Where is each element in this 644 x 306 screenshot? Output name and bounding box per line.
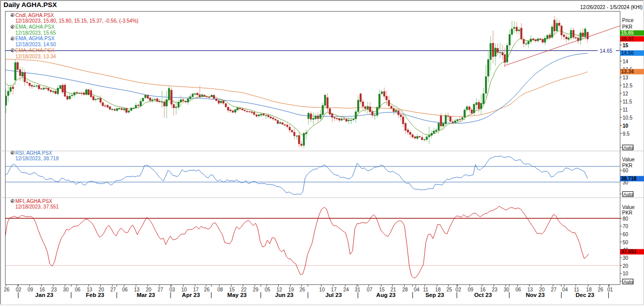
- svg-text:May 23: May 23: [227, 292, 247, 298]
- svg-text:03: 03: [170, 287, 176, 292]
- svg-text:Sep 23: Sep 23: [425, 292, 444, 298]
- svg-text:50: 50: [623, 240, 629, 245]
- svg-text:80: 80: [623, 216, 629, 222]
- svg-text:11: 11: [623, 107, 628, 113]
- svg-text:13: 13: [623, 75, 629, 80]
- svg-text:Value: Value: [622, 157, 635, 162]
- svg-text:12/18/2023, 15.80, 15.80, 15.1: 12/18/2023, 15.80, 15.80, 15.15, 15.37, …: [16, 18, 139, 24]
- svg-text:06: 06: [122, 287, 128, 292]
- svg-text:05: 05: [265, 287, 271, 292]
- svg-text:25: 25: [446, 287, 452, 292]
- svg-text:12/18/2023, 38.718: 12/18/2023, 38.718: [16, 156, 59, 161]
- svg-text:60: 60: [623, 168, 629, 173]
- svg-text:12: 12: [623, 91, 629, 96]
- svg-text:11.5: 11.5: [623, 99, 632, 105]
- svg-text:02: 02: [455, 287, 461, 292]
- svg-text:24: 24: [343, 287, 349, 292]
- svg-text:Jun 23: Jun 23: [275, 292, 293, 298]
- svg-text:EMA, AGHA.PSX: EMA, AGHA.PSX: [16, 24, 55, 30]
- svg-text:Feb 23: Feb 23: [86, 292, 104, 298]
- svg-text:15.65: 15.65: [621, 30, 634, 36]
- svg-text:Nov 23: Nov 23: [526, 292, 545, 298]
- svg-text:26: 26: [299, 287, 305, 292]
- svg-text:60: 60: [623, 232, 629, 237]
- svg-text:12/18/2023, 15.65: 12/18/2023, 15.65: [16, 30, 56, 36]
- svg-text:PKR: PKR: [622, 24, 633, 30]
- svg-text:MFI, AGHA.PSX: MFI, AGHA.PSX: [16, 198, 53, 204]
- svg-text:06: 06: [75, 287, 81, 292]
- svg-text:07: 07: [367, 287, 373, 292]
- svg-text:Jan 23: Jan 23: [35, 292, 53, 298]
- svg-text:10: 10: [319, 287, 325, 292]
- svg-text:09: 09: [28, 287, 34, 292]
- svg-text:38.718: 38.718: [621, 176, 637, 181]
- svg-text:15.37: 15.37: [621, 36, 634, 42]
- svg-text:EMA, AGHA.PSX: EMA, AGHA.PSX: [16, 48, 55, 53]
- svg-text:30: 30: [623, 255, 629, 261]
- svg-text:Cndl, AGHA.PSX: Cndl, AGHA.PSX: [16, 13, 54, 18]
- svg-text:27: 27: [551, 287, 557, 292]
- svg-text:Oct 23: Oct 23: [474, 292, 492, 298]
- svg-text:Aug 23: Aug 23: [376, 292, 395, 298]
- svg-text:12/18/2023, 13.34: 12/18/2023, 13.34: [16, 54, 56, 59]
- svg-text:14: 14: [623, 59, 629, 64]
- svg-text:Price: Price: [622, 18, 634, 23]
- svg-text:30: 30: [504, 287, 510, 292]
- svg-text:08: 08: [217, 287, 223, 292]
- svg-text:12.5: 12.5: [623, 83, 633, 88]
- svg-text:06: 06: [516, 287, 522, 292]
- svg-text:9.5: 9.5: [623, 131, 630, 137]
- svg-text:01: 01: [607, 287, 613, 292]
- svg-text:02: 02: [16, 287, 22, 292]
- svg-text:04: 04: [414, 287, 420, 292]
- svg-text:27: 27: [110, 287, 116, 292]
- svg-text:31: 31: [355, 287, 361, 292]
- svg-text:04: 04: [562, 287, 568, 292]
- svg-text:29: 29: [253, 287, 259, 292]
- svg-text:14.65: 14.65: [600, 48, 612, 54]
- svg-text:10.5: 10.5: [623, 115, 633, 121]
- svg-text:70: 70: [623, 224, 629, 229]
- svg-text:12/18/2023, 37.551: 12/18/2023, 37.551: [16, 204, 59, 210]
- svg-text:Auto: Auto: [623, 191, 633, 197]
- svg-text:15: 15: [623, 43, 629, 48]
- svg-text:37.551: 37.551: [621, 249, 637, 254]
- svg-text:10: 10: [623, 271, 629, 276]
- svg-text:Apr 23: Apr 23: [182, 292, 200, 298]
- svg-text:09: 09: [468, 287, 474, 292]
- svg-text:23: 23: [492, 287, 498, 292]
- svg-text:Jul 23: Jul 23: [326, 292, 342, 298]
- svg-text:27: 27: [157, 287, 164, 292]
- svg-text:20: 20: [623, 263, 629, 269]
- svg-text:10: 10: [623, 123, 629, 129]
- svg-text:12/18/2023, 14.50: 12/18/2023, 14.50: [16, 42, 56, 47]
- svg-text:Dec 23: Dec 23: [576, 292, 594, 298]
- svg-text:13.34: 13.34: [621, 69, 634, 74]
- svg-text:26: 26: [598, 287, 604, 292]
- svg-text:Auto: Auto: [623, 145, 633, 150]
- svg-text:Auto: Auto: [623, 279, 633, 284]
- svg-text:30: 30: [63, 287, 69, 292]
- svg-text:EMA, AGHA.PSX: EMA, AGHA.PSX: [16, 36, 55, 41]
- svg-text:14.50: 14.50: [621, 50, 634, 56]
- svg-text:Mar 23: Mar 23: [137, 292, 155, 298]
- svg-text:RSI, AGHA.PSX: RSI, AGHA.PSX: [16, 150, 52, 156]
- svg-text:Value: Value: [622, 205, 635, 210]
- svg-text:26: 26: [4, 287, 10, 292]
- svg-text:26: 26: [204, 287, 210, 292]
- svg-text:PKR: PKR: [622, 210, 633, 216]
- svg-text:28: 28: [402, 287, 408, 292]
